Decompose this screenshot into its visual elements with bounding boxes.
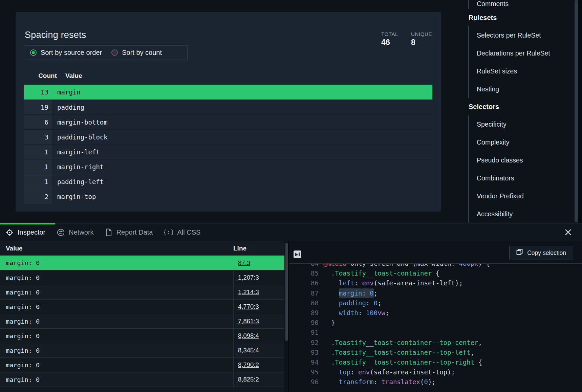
value-column-header: Value — [0, 245, 233, 252]
sidebar-item-vendor-prefixed[interactable]: Vendor Prefixed — [477, 187, 573, 205]
row-value-cell: margin-left — [52, 145, 432, 159]
document-icon — [105, 228, 112, 236]
declaration-cell: margin: 0 — [0, 300, 233, 314]
inspector-row[interactable]: margin: 01,214:3 — [0, 285, 284, 299]
row-count-cell: 1 — [24, 145, 52, 159]
stat-total: TOTAL 46 — [381, 31, 398, 47]
sidebar-item-declarations-per-ruleset[interactable]: Declarations per RuleSet — [477, 44, 573, 62]
sort-radio-group: Sort by source orderSort by count — [25, 45, 188, 60]
tab-network[interactable]: Network — [51, 223, 99, 241]
table-row[interactable]: 1padding-left — [24, 174, 432, 189]
close-icon[interactable] — [564, 228, 572, 236]
line-link[interactable]: 8,345:4 — [234, 347, 259, 354]
tab-all-css[interactable]: {:}All CSS — [158, 223, 206, 241]
sort-option-label: Sort by source order — [41, 49, 102, 57]
sort-option-source-order[interactable]: Sort by source order — [30, 49, 102, 57]
inspector-scrollbar-thumb[interactable] — [285, 243, 288, 341]
code-line: 89 width: 100vw; — [289, 308, 582, 318]
row-value-cell: margin-right — [52, 159, 432, 174]
line-number: 84 — [289, 264, 319, 268]
declaration-cell: margin: 0 — [0, 256, 233, 270]
stat-unique-label: UNIQUE — [411, 31, 432, 37]
line-link[interactable]: 87:3 — [234, 259, 250, 267]
sidebar-item-combinators[interactable]: Combinators — [477, 169, 573, 187]
line-link[interactable]: 1,207:3 — [234, 274, 259, 281]
inspector-row[interactable]: margin: 01,207:3 — [0, 270, 284, 285]
table-row[interactable]: 6margin-bottom — [24, 114, 432, 129]
table-row[interactable]: 19padding — [24, 100, 432, 114]
stat-total-label: TOTAL — [381, 31, 398, 37]
line-link[interactable]: 1,214:3 — [234, 288, 259, 296]
row-value-cell: padding-block — [52, 130, 432, 144]
line-column-header[interactable]: Line — [233, 245, 284, 252]
line-number: 91 — [289, 328, 319, 337]
sidebar-item-nesting[interactable]: Nesting — [477, 80, 573, 98]
expand-panel-icon[interactable] — [294, 251, 301, 258]
code-line: 91 — [289, 328, 582, 337]
sidebar-item-pseudo-classes[interactable]: Pseudo classes — [477, 151, 573, 169]
tab-inspector[interactable]: Inspector — [0, 223, 51, 241]
sort-option-label: Sort by count — [122, 49, 162, 57]
line-number: 96 — [289, 377, 319, 387]
code-lines: 84@media only screen and (max-width: 480… — [289, 264, 582, 387]
table-row[interactable]: 1margin-left — [24, 144, 432, 159]
line-content: } — [319, 318, 335, 328]
code-area[interactable]: 84@media only screen and (max-width: 480… — [289, 264, 582, 392]
code-line: 90 } — [289, 318, 582, 328]
sidebar-item-complexity[interactable]: Complexity — [477, 133, 573, 151]
line-cell: 4,770:3 — [233, 300, 284, 314]
sidebar-item-selectors-per-ruleset[interactable]: Selectors per RuleSet — [477, 26, 573, 44]
inspector-row[interactable]: margin: 087:3 — [0, 256, 284, 270]
line-cell: 7,861:3 — [233, 314, 284, 328]
sidebar-item-comments[interactable]: Comments — [477, 0, 573, 9]
line-cell: 1,214:3 — [233, 285, 284, 299]
report-sidebar: CommentsRulesetsSelectors per RuleSetDec… — [468, 0, 573, 223]
sidebar-group: Selectors per RuleSetDeclarations per Ru… — [468, 26, 573, 98]
tab-label: Report Data — [116, 228, 153, 236]
line-link[interactable]: 8,825:2 — [234, 376, 259, 383]
sidebar-section-header: Rulesets — [468, 9, 573, 26]
tab-report-data[interactable]: Report Data — [100, 223, 159, 241]
tab-label: Network — [69, 228, 93, 236]
spacing-table: Count Value 13margin19padding6margin-bot… — [24, 70, 432, 204]
inspector-row[interactable]: margin: 04,770:3 — [0, 299, 284, 314]
copy-selection-button[interactable]: Copy selection — [509, 246, 573, 260]
sort-option-count[interactable]: Sort by count — [111, 49, 162, 57]
sidebar-group: Comments — [468, 0, 573, 9]
inspector-row[interactable]: margin: 08,098:4 — [0, 328, 284, 343]
row-count-cell: 3 — [24, 130, 52, 144]
main-scrollbar-thumb[interactable] — [575, 0, 578, 222]
line-number: 94 — [289, 357, 319, 367]
declaration-cell: margin: 0 — [0, 372, 233, 387]
code-line: 95 top: env(safe-area-inset-top); — [289, 367, 582, 377]
line-link[interactable]: 8,790:2 — [234, 361, 259, 369]
table-row[interactable]: 13margin — [24, 85, 432, 100]
line-link[interactable]: 4,770:3 — [234, 303, 259, 310]
line-link[interactable]: 8,098:4 — [234, 332, 259, 340]
sidebar-item-ruleset-sizes[interactable]: RuleSet sizes — [477, 62, 573, 80]
sidebar-item-specificity[interactable]: Specificity — [477, 115, 573, 133]
main-scrollbar-track[interactable] — [578, 0, 582, 223]
inspector-row[interactable]: margin: 08,345:4 — [0, 343, 284, 357]
tab-label: Inspector — [18, 228, 45, 236]
line-number: 88 — [289, 298, 319, 308]
sidebar-item-accessibility[interactable]: Accessibility — [477, 205, 573, 223]
code-line: 94 .Toastify__toast-container--top-right… — [289, 357, 582, 367]
radio-icon[interactable] — [111, 49, 118, 56]
inspector-row[interactable]: margin: 07,861:3 — [0, 314, 284, 328]
table-row[interactable]: 2margin-top — [24, 189, 432, 204]
code-toolbar: Copy selection — [289, 241, 582, 264]
line-link[interactable]: 7,861:3 — [234, 318, 259, 325]
line-number: 93 — [289, 348, 319, 357]
table-row[interactable]: 3padding-block — [24, 129, 432, 144]
radio-icon[interactable] — [30, 49, 37, 56]
inspector-row[interactable]: margin: 08,790:2 — [0, 357, 284, 372]
line-content: top: env(safe-area-inset-top); — [319, 367, 455, 377]
line-number: 85 — [289, 268, 319, 278]
inspector-row[interactable]: margin: 08,825:2 — [0, 372, 284, 387]
table-row[interactable]: 1margin-right — [24, 159, 432, 174]
line-cell: 8,098:4 — [233, 329, 284, 343]
inspector-row-partial — [0, 387, 284, 392]
row-count-cell: 1 — [24, 159, 52, 174]
active-tab-indicator — [0, 223, 55, 224]
